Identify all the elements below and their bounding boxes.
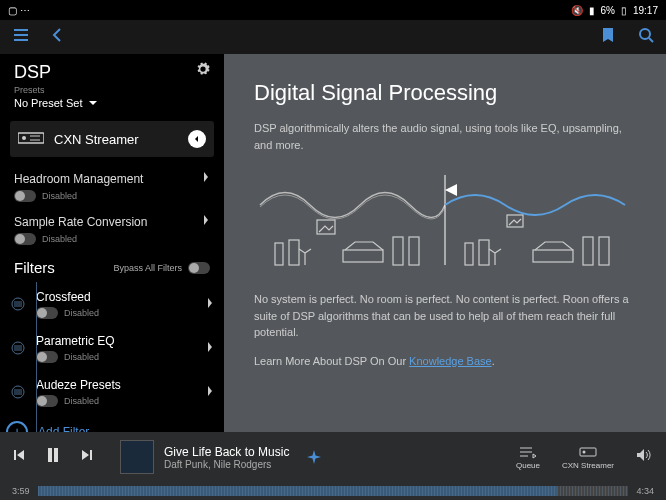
dsp-sidebar: DSP Presets No Preset Set CXN Streamer <box>0 54 224 432</box>
filter-crossfeed[interactable]: Crossfeed Disabled <box>0 282 224 326</box>
track-title[interactable]: Give Life Back to Music <box>164 445 289 459</box>
drag-handle-icon[interactable] <box>0 341 36 355</box>
track-duration: 4:34 <box>636 486 654 496</box>
gear-icon[interactable] <box>196 62 210 79</box>
content-intro: DSP algorithmically alters the audio sig… <box>254 120 636 153</box>
preset-selector[interactable]: No Preset Set <box>14 97 210 109</box>
clock: 19:17 <box>633 5 658 16</box>
plus-icon: + <box>6 421 28 432</box>
hamburger-menu-icon[interactable] <box>12 26 30 48</box>
back-button[interactable] <box>48 26 66 48</box>
samplerate-toggle[interactable] <box>14 233 36 245</box>
bypass-toggle[interactable] <box>188 262 210 274</box>
mute-icon: 🔇 <box>571 5 583 16</box>
search-icon[interactable] <box>638 27 654 47</box>
svg-point-2 <box>22 136 26 140</box>
svg-rect-7 <box>275 243 283 265</box>
content-heading: Digital Signal Processing <box>254 80 636 106</box>
progress-bar[interactable] <box>38 486 629 496</box>
audeze-toggle[interactable] <box>36 395 58 407</box>
svg-rect-13 <box>465 243 473 265</box>
device-expand-icon[interactable] <box>188 130 206 148</box>
svg-rect-12 <box>409 237 419 265</box>
svg-rect-14 <box>479 240 489 265</box>
drag-handle-icon[interactable] <box>0 385 36 399</box>
peq-toggle[interactable] <box>36 351 58 363</box>
streamer-icon <box>18 130 44 149</box>
signal-icon: ▮ <box>589 5 595 16</box>
filter-parametric-eq[interactable]: Parametric EQ Disabled <box>0 326 224 370</box>
chevron-right-icon <box>206 385 214 400</box>
learn-more: Learn More About DSP On Our Knowledge Ba… <box>254 353 636 370</box>
headroom-toggle[interactable] <box>14 190 36 202</box>
add-filter-button[interactable]: + Add Filter <box>0 414 224 432</box>
svg-rect-17 <box>583 237 593 265</box>
menu-dots-icon: ▢ ⋯ <box>8 5 30 16</box>
svg-rect-8 <box>289 240 299 265</box>
crossfeed-toggle[interactable] <box>36 307 58 319</box>
track-artist[interactable]: Daft Punk, Nile Rodgers <box>164 459 289 470</box>
album-art[interactable] <box>120 440 154 474</box>
chevron-right-icon <box>202 171 210 186</box>
svg-point-0 <box>640 29 650 39</box>
device-row[interactable]: CXN Streamer <box>10 121 214 157</box>
drag-handle-icon[interactable] <box>0 297 36 311</box>
setting-headroom[interactable]: Headroom Management Disabled <box>0 163 224 206</box>
filter-audeze[interactable]: Audeze Presets Disabled <box>0 370 224 414</box>
chevron-right-icon <box>206 297 214 312</box>
svg-rect-19 <box>580 448 596 456</box>
sidebar-title: DSP <box>14 62 51 83</box>
next-track-button[interactable] <box>80 448 94 466</box>
bypass-all-filters[interactable]: Bypass All Filters <box>113 262 210 274</box>
svg-point-20 <box>582 450 585 453</box>
svg-rect-18 <box>599 237 609 265</box>
battery-icon: ▯ <box>621 5 627 16</box>
track-position: 3:59 <box>12 486 30 496</box>
output-zone-button[interactable]: CXN Streamer <box>562 445 614 470</box>
svg-rect-11 <box>393 237 403 265</box>
android-status-bar: ▢ ⋯ 🔇 ▮ 6% ▯ 19:17 <box>0 0 666 20</box>
svg-rect-1 <box>18 133 44 143</box>
svg-rect-10 <box>343 250 383 262</box>
dsp-illustration <box>254 165 636 275</box>
content-panel: Digital Signal Processing DSP algorithmi… <box>224 54 666 432</box>
bookmark-icon[interactable] <box>600 27 616 47</box>
volume-icon[interactable] <box>636 448 654 466</box>
knowledge-base-link[interactable]: Knowledge Base <box>409 355 492 367</box>
setting-samplerate[interactable]: Sample Rate Conversion Disabled <box>0 206 224 249</box>
battery-percent: 6% <box>601 5 615 16</box>
now-playing-bar: Give Life Back to Music Daft Punk, Nile … <box>0 432 666 500</box>
chevron-right-icon <box>202 214 210 229</box>
chevron-right-icon <box>206 341 214 356</box>
chevron-down-icon <box>88 98 98 108</box>
prev-track-button[interactable] <box>12 448 26 466</box>
svg-rect-16 <box>533 250 573 262</box>
pause-button[interactable] <box>44 446 62 468</box>
filters-title: Filters <box>14 259 55 276</box>
presets-label: Presets <box>14 85 51 95</box>
queue-button[interactable]: Queue <box>516 445 540 470</box>
signal-path-icon[interactable] <box>307 450 321 464</box>
device-name: CXN Streamer <box>54 132 139 147</box>
app-topbar <box>0 20 666 54</box>
content-desc: No system is perfect. No room is perfect… <box>254 291 636 341</box>
